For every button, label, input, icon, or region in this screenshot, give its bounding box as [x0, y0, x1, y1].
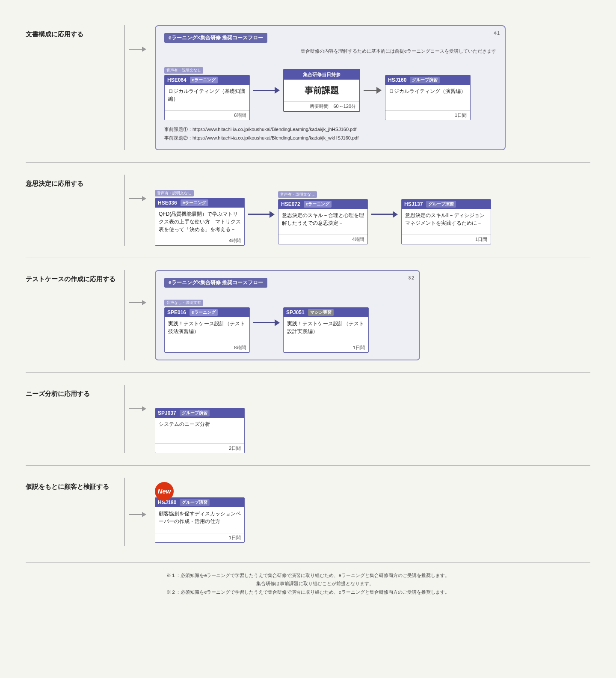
course-card-hse036[interactable]: HSE036 eラーニング QFD(品質機能展開）で学ぶマトリクス表の上手な使い…	[155, 198, 245, 246]
card-footer-hsj160: 1日間	[385, 110, 470, 120]
card-body-hse036: QFD(品質機能展開）で学ぶマトリクス表の上手な使い方－マトリクス表を使って「決…	[155, 208, 244, 236]
audio-tag-hse072: 音声有・説明文なし	[278, 191, 317, 198]
card-type-spj051: マシン実習	[308, 309, 334, 316]
section-3: テストケースの作成に応用する eラーニング×集合研修 推奨コースフロー ※2 音…	[26, 258, 590, 372]
footnote-1: ※１：必須知識をeラーニングで学習したうえで集合研修で演習に取り組むため、eラー…	[26, 571, 590, 580]
section-4-cards-row: SPJ037 グループ演習 システムのニーズ分析 2日間	[155, 393, 590, 453]
section-5: 仮説をもとに顧客と検証する New HSJ180 グループ演習 顧客協創を促すデ…	[26, 465, 590, 558]
course-card-hse036-header: HSE036 eラーニング	[155, 198, 244, 208]
card-wrapper-hse064: 音声有・説明文なし HSE064 eラーニング ロジカルライティング（基礎知識編…	[164, 67, 250, 120]
section-divider-5	[124, 478, 125, 546]
arrow-line-1	[129, 49, 142, 50]
arrow-head-2	[376, 87, 382, 94]
audio-tag-hse036: 音声有・説明文なし	[155, 190, 194, 196]
flow-box-1-title: eラーニング×集合研修 推奨コースフロー	[164, 33, 267, 43]
course-card-hsj137[interactable]: HSJ137 グループ演習 意思決定のスキルⅡ－ディシジョンマネジメントを実践す…	[401, 199, 491, 244]
card-type-hse064: eラーニング	[190, 77, 218, 83]
card-footer-hsj180: 1日間	[155, 533, 244, 542]
course-card-spe016[interactable]: SPE016 eラーニング 実践！テストケース設計（テスト技法演習編） 8時間	[164, 307, 250, 353]
event-card-main: 事前課題	[305, 85, 339, 96]
card-body-hsj180: 顧客協創を促すディスカッションペーパーの作成・活用の仕方	[155, 507, 244, 533]
card-footer-spj037: 2日間	[155, 443, 244, 453]
card-footer-hse064: 6時間	[165, 110, 249, 120]
section-3-content: eラーニング×集合研修 推奨コースフロー ※2 音声なし・説明文有 SPE016…	[146, 270, 590, 360]
arrow-sec2-2-3	[371, 211, 398, 218]
card-type-hse072: eラーニング	[304, 201, 332, 208]
course-card-hsj137-header: HSJ137 グループ演習	[402, 199, 491, 209]
section-divider-3	[124, 270, 125, 360]
event-card-footer: 所要時間 60～120分	[284, 101, 359, 111]
course-card-spj037[interactable]: SPJ037 グループ演習 システムのニーズ分析 2日間	[155, 408, 245, 453]
card-type-hsj137: グループ演習	[426, 201, 456, 208]
card-code-spj051: SPJ051	[286, 309, 305, 315]
card-footer-spj051: 1日間	[284, 343, 368, 352]
event-card: 集合研修当日持参 事前課題 所要時間 60～120分	[283, 69, 360, 112]
section-4-arrow	[129, 406, 146, 411]
arrow-2-3	[364, 87, 382, 94]
arrow-head-1	[142, 47, 146, 52]
arrow-head	[275, 87, 280, 94]
link-1: 事前課題①：https://www.hitachi-ia.co.jp/koush…	[164, 125, 496, 134]
arrow-line	[253, 90, 275, 91]
course-card-spe016-header: SPE016 eラーニング	[165, 308, 249, 317]
card-code-hse064: HSE064	[167, 77, 187, 83]
card-type-spj037: グループ演習	[180, 410, 210, 416]
card-wrapper-spj037: SPJ037 グループ演習 システムのニーズ分析 2日間	[155, 400, 245, 453]
card-wrapper-hse036: 音声有・説明文なし HSE036 eラーニング QFD(品質機能展開）で学ぶマト…	[155, 190, 245, 246]
card-body-hsj160: ロジカルライティング（演習編）	[385, 85, 470, 110]
arrow-sec2-1-2	[248, 211, 275, 218]
course-card-hse064[interactable]: HSE064 eラーニング ロジカルライティング（基礎知識編） 6時間	[164, 75, 250, 120]
footnote-3: ※２：必須知識をeラーニングで学習したうえで集合研修で演習に取り組むため、eラー…	[26, 588, 590, 597]
flow-box-3: eラーニング×集合研修 推奨コースフロー ※2 音声なし・説明文有 SPE016…	[155, 270, 420, 360]
card-wrapper-spj051: SPJ051 マシン実習 実践！テストケース設計（テスト設計実践編） 1日間	[283, 300, 369, 353]
course-card-hsj160[interactable]: HSJ160 グループ演習 ロジカルライティング（演習編） 1日間	[385, 75, 471, 120]
arrow-1-2	[253, 87, 280, 94]
section-divider-4	[124, 385, 125, 453]
section-2-arrow	[129, 196, 146, 201]
page-wrapper: 文書構成に応用する eラーニング×集合研修 推奨コースフロー ※1 集合研修の内…	[0, 0, 616, 610]
section-4-content: SPJ037 グループ演習 システムのニーズ分析 2日間	[146, 385, 590, 453]
new-badge-label: New	[158, 488, 171, 495]
card-type-hsj160: グループ演習	[410, 77, 440, 83]
course-card-spj051[interactable]: SPJ051 マシン実習 実践！テストケース設計（テスト設計実践編） 1日間	[283, 307, 369, 353]
card-wrapper-spe016: 音声なし・説明文有 SPE016 eラーニング 実践！テストケース設計（テスト技…	[164, 300, 250, 353]
card-code-spj037: SPJ037	[158, 410, 176, 416]
section-3-arrow	[129, 300, 146, 305]
card-code-spe016: SPE016	[167, 309, 186, 315]
arrow-sec3-1-2	[253, 319, 280, 326]
course-card-hse072[interactable]: HSE072 eラーニング 意思決定のスキル－合理と心理を理解したうえでの意思決…	[278, 199, 368, 244]
card-type-hsj180: グループ演習	[180, 499, 210, 506]
flow-box-1-links: 事前課題①：https://www.hitachi-ia.co.jp/koush…	[164, 125, 496, 143]
section-3-label: テストケースの作成に応用する	[26, 270, 120, 284]
link-2: 事前課題②：https://www.hitachi-ia.co.jp/koush…	[164, 134, 496, 143]
course-card-spj051-header: SPJ051 マシン実習	[284, 308, 368, 317]
card-body-hse072: 意思決定のスキル－合理と心理を理解したうえでの意思決定－	[278, 209, 367, 235]
card-code-hsj160: HSJ160	[388, 77, 406, 83]
card-wrapper-hsj160: HSJ160 グループ演習 ロジカルライティング（演習編） 1日間	[385, 67, 471, 120]
flow-box-1-cards-row: 音声有・説明文なし HSE064 eラーニング ロジカルライティング（基礎知識編…	[164, 60, 496, 120]
section-2-label: 意思決定に応用する	[26, 175, 120, 189]
event-card-title: 集合研修当日持参	[284, 70, 359, 80]
footnotes: ※１：必須知識をeラーニングで学習したうえで集合研修で演習に取り組むため、eラー…	[26, 562, 590, 597]
section-1: 文書構成に応用する eラーニング×集合研修 推奨コースフロー ※1 集合研修の内…	[26, 13, 590, 162]
card-wrapper-hsj137: HSJ137 グループ演習 意思決定のスキルⅡ－ディシジョンマネジメントを実践す…	[401, 191, 491, 244]
course-card-hsj180[interactable]: HSJ180 グループ演習 顧客協創を促すディスカッションペーパーの作成・活用の…	[155, 497, 245, 543]
card-wrapper-hse072: 音声有・説明文なし HSE072 eラーニング 意思決定のスキル－合理と心理を理…	[278, 191, 368, 244]
section-5-label: 仮説をもとに顧客と検証する	[26, 478, 120, 492]
card-body-hse064: ロジカルライティング（基礎知識編）	[165, 85, 249, 110]
section-5-arrow	[129, 512, 146, 517]
section-1-content: eラーニング×集合研修 推奨コースフロー ※1 集合研修の内容を理解するために基…	[146, 25, 590, 150]
audio-tag-spe016: 音声なし・説明文有	[164, 300, 203, 306]
course-card-hsj160-header: HSJ160 グループ演習	[385, 75, 470, 85]
section-5-content: New HSJ180 グループ演習 顧客協創を促すディスカッションペーパーの作成…	[146, 478, 590, 543]
card-type-hse036: eラーニング	[181, 199, 209, 206]
card-body-hsj137: 意思決定のスキルⅡ－ディシジョンマネジメントを実践するために－	[402, 209, 491, 235]
flow-box-3-cards-row: 音声なし・説明文有 SPE016 eラーニング 実践！テストケース設計（テスト技…	[164, 293, 411, 353]
section-2: 意思決定に応用する 音声有・説明文なし HSE036 eラーニング QFD(品質…	[26, 162, 590, 258]
flow-box-1: eラーニング×集合研修 推奨コースフロー ※1 集合研修の内容を理解するために基…	[155, 25, 506, 150]
audio-tag-hse064: 音声有・説明文なし	[164, 67, 203, 74]
course-card-hse072-header: HSE072 eラーニング	[278, 199, 367, 209]
section-divider-1	[124, 25, 125, 150]
section-2-cards-row: 音声有・説明文なし HSE036 eラーニング QFD(品質機能展開）で学ぶマト…	[155, 183, 590, 246]
section-1-label: 文書構成に応用する	[26, 25, 120, 39]
